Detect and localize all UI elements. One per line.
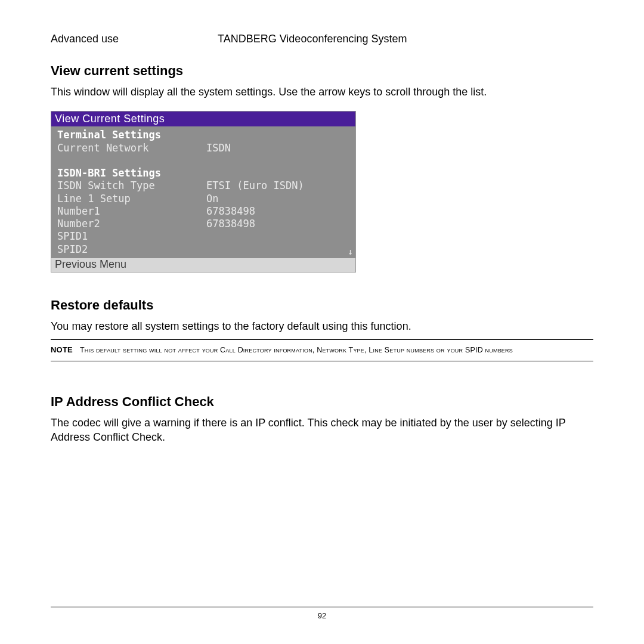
view-settings-desc: This window will display all the system … xyxy=(51,85,593,99)
page-header: Advanced use TANDBERG Videoconferencing … xyxy=(51,33,593,45)
page-number: 92 xyxy=(51,611,593,620)
restore-desc: You may restore all system settings to t… xyxy=(51,319,593,333)
header-section: Advanced use xyxy=(51,33,218,45)
note-text: This default setting will not affect you… xyxy=(80,346,513,354)
isdn-bri-heading: ISDN-BRI Settings xyxy=(57,167,206,179)
setting-value: 67838498 xyxy=(206,218,255,230)
setting-value: ETSI (Euro ISDN) xyxy=(206,179,304,192)
ipcheck-desc: The codec will give a warning if there i… xyxy=(51,416,593,445)
panel-previous-menu[interactable]: Previous Menu xyxy=(51,258,355,272)
setting-value: ISDN xyxy=(206,142,231,154)
settings-panel: View Current Settings Terminal Settings … xyxy=(51,111,356,273)
setting-label: Current Network xyxy=(57,142,206,154)
note-box: NOTEThis default setting will not affect… xyxy=(51,339,593,361)
setting-label: ISDN Switch Type xyxy=(57,179,206,192)
view-settings-title: View current settings xyxy=(51,63,593,79)
setting-value: On xyxy=(206,193,218,205)
settings-row: ISDN Switch Type ETSI (Euro ISDN) xyxy=(51,179,355,192)
setting-label: Number2 xyxy=(57,218,206,230)
ipcheck-title: IP Address Conflict Check xyxy=(51,394,593,410)
settings-row: SPID2 xyxy=(51,243,355,256)
note-label: NOTE xyxy=(51,345,73,354)
header-product: TANDBERG Videoconferencing System xyxy=(218,33,407,45)
footer-divider xyxy=(51,606,593,608)
settings-row: Current Network ISDN xyxy=(51,142,355,154)
restore-title: Restore defaults xyxy=(51,298,593,313)
settings-row: Number2 67838498 xyxy=(51,218,355,230)
terminal-settings-heading: Terminal Settings xyxy=(57,129,206,141)
setting-label: SPID2 xyxy=(57,243,206,256)
settings-row: Line 1 Setup On xyxy=(51,193,355,205)
settings-row: Number1 67838498 xyxy=(51,205,355,218)
setting-value: 67838498 xyxy=(206,205,255,218)
setting-label: Number1 xyxy=(57,205,206,218)
setting-label: SPID1 xyxy=(57,230,206,243)
panel-body: Terminal Settings Current Network ISDN I… xyxy=(51,126,355,258)
panel-titlebar: View Current Settings xyxy=(51,112,355,126)
setting-label: Line 1 Setup xyxy=(57,193,206,205)
scroll-down-icon[interactable]: ↓ xyxy=(348,246,353,257)
page-footer: 92 xyxy=(51,606,593,620)
settings-row: SPID1 xyxy=(51,230,355,243)
